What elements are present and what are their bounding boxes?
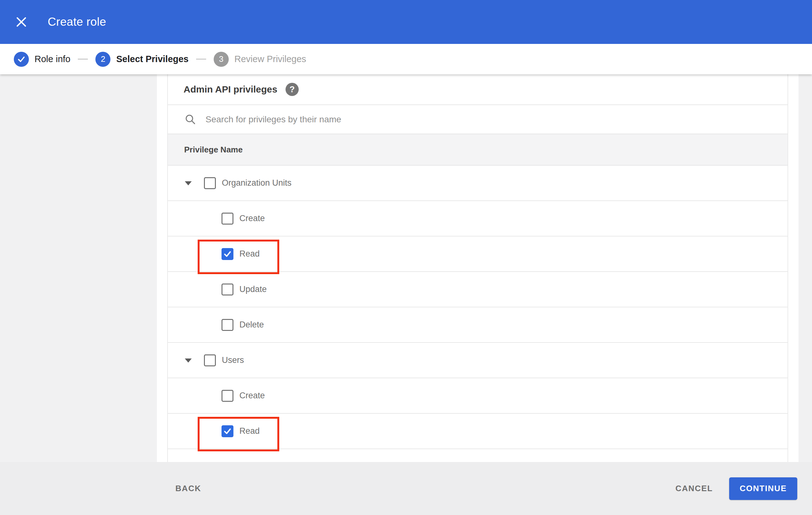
collapse-caret-icon[interactable] [185, 181, 192, 185]
privilege-checkbox[interactable] [222, 390, 233, 402]
privilege-label: Users [222, 355, 244, 365]
privilege-checkbox[interactable] [204, 355, 216, 366]
privilege-row-read: Read [168, 237, 787, 272]
privilege-label: Read [239, 249, 260, 259]
privilege-checkbox[interactable] [222, 319, 233, 331]
highlight-annotation-box [198, 240, 279, 274]
panel-title-row: Admin API privileges ? [168, 74, 787, 105]
privilege-row-users: Users [168, 343, 787, 378]
privileges-table-container: Admin API privileges ? Privilege Name Or… [167, 74, 788, 462]
help-icon[interactable]: ? [286, 83, 299, 96]
step-number-badge: 3 [214, 52, 229, 67]
app-bar: Create role [0, 0, 812, 44]
privilege-row-organization-units: Organization Units [168, 165, 787, 201]
step-role-info[interactable]: Role info [14, 52, 70, 67]
stepper: Role info 2 Select Privileges 3 Review P… [0, 44, 812, 74]
privilege-label: Delete [239, 320, 264, 330]
step-separator [78, 59, 88, 60]
continue-button[interactable]: CONTINUE [729, 477, 797, 500]
step-label: Select Privileges [116, 54, 188, 64]
privilege-checkbox[interactable] [222, 425, 233, 437]
privilege-checkbox[interactable] [204, 177, 216, 189]
privileges-panel: Admin API privileges ? Privilege Name Or… [157, 74, 799, 462]
footer-right-actions: CANCEL CONTINUE [675, 477, 797, 500]
column-header-privilege-name: Privilege Name [184, 145, 242, 155]
privilege-label: Organization Units [222, 178, 291, 188]
privilege-label: Create [239, 391, 265, 400]
back-button[interactable]: BACK [175, 484, 201, 493]
step-label: Role info [34, 54, 70, 64]
privilege-row-update: Update [168, 272, 787, 307]
close-icon[interactable] [13, 14, 29, 30]
search-icon [184, 113, 197, 126]
step-separator [196, 59, 206, 60]
collapse-caret-icon[interactable] [185, 359, 192, 363]
step-label: Review Privileges [234, 54, 306, 64]
step-select-privileges[interactable]: 2 Select Privileges [95, 52, 188, 67]
search-row [168, 105, 787, 134]
step-complete-check-icon [14, 52, 29, 67]
footer-action-bar: BACK CANCEL CONTINUE [0, 462, 812, 515]
privilege-checkbox[interactable] [222, 248, 233, 260]
privilege-row-create: Create [168, 201, 787, 237]
panel-title: Admin API privileges [183, 84, 278, 95]
highlight-annotation-box [198, 417, 279, 451]
step-number-badge: 2 [95, 52, 111, 67]
privilege-row-read: Read [168, 414, 787, 449]
privilege-row-create: Create [168, 378, 787, 414]
privilege-checkbox[interactable] [222, 213, 233, 224]
privilege-checkbox[interactable] [222, 283, 233, 296]
dialog-title: Create role [48, 16, 106, 29]
privilege-label: Create [239, 214, 265, 223]
privilege-label: Read [239, 426, 260, 436]
create-role-dialog: Create role Role info 2 Select Privilege… [0, 0, 812, 515]
table-header: Privilege Name [168, 134, 787, 165]
step-review-privileges: 3 Review Privileges [214, 52, 306, 67]
privilege-label: Update [239, 284, 267, 294]
search-input[interactable] [205, 115, 787, 124]
privilege-row-delete: Delete [168, 307, 787, 343]
cancel-button[interactable]: CANCEL [675, 484, 713, 493]
